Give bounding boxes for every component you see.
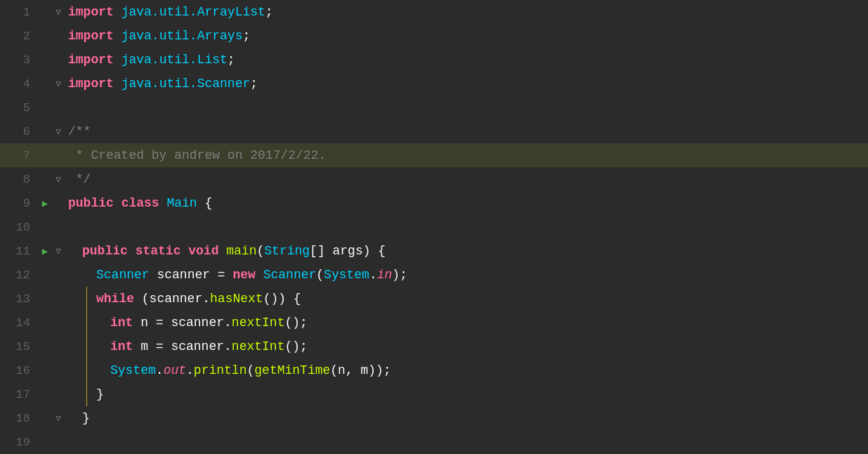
fold-gutter [51,48,65,72]
fold-gutter[interactable]: ▽ [51,167,65,191]
token-default-text: (); [284,339,307,354]
code-content: Scanner scanner = new Scanner(System.in)… [93,263,868,287]
fold-gutter [51,191,65,215]
line-number: 2 [0,24,39,48]
token-comment: * Created by andrew on 2017/2/22. [68,148,326,162]
indent-guide [65,335,79,358]
code-line: 12Scanner scanner = new Scanner(System.i… [0,263,868,287]
code-content: int n = scanner.nextInt(); [107,311,868,335]
token-default-text: scanner = [150,268,233,282]
token-class-name: System [110,363,156,377]
code-line: 19 [0,430,868,454]
token-field-italic: in [377,268,393,282]
line-number: 12 [0,263,39,287]
line-number: 19 [0,430,39,454]
code-content [65,430,868,454]
code-content: * Created by andrew on 2017/2/22. [65,143,868,167]
token-class-name: java.util.Arrays [121,29,243,43]
token-kw-int: int [110,316,133,330]
line-number: 15 [0,335,39,358]
fold-gutter [51,335,65,358]
token-default-text: } [82,411,90,425]
fold-gutter[interactable]: ▽ [51,119,65,143]
indent-guide [79,287,93,311]
code-content [65,96,868,119]
token-comment: */ [68,172,91,186]
indent-guide [65,382,79,406]
line-number: 8 [0,167,39,191]
code-content: public static void main(String[] args) { [79,239,868,263]
indent-guide [79,263,93,287]
token-default-text: (); [284,316,307,330]
line-number: 1 [0,0,39,24]
code-line: 14int n = scanner.nextInt(); [0,311,868,335]
fold-gutter [51,215,65,239]
fold-gutter[interactable]: ▽ [51,239,65,263]
code-content: public class Main { [65,191,868,215]
token-class-name: System [324,268,369,282]
code-line: 3import java.util.List; [0,48,868,72]
code-line: 9▶public class Main { [0,191,868,215]
fold-gutter[interactable]: ▽ [51,0,65,24]
line-number: 7 [0,143,39,167]
fold-icon[interactable]: ▽ [55,7,60,18]
code-content [65,215,868,239]
code-line: 13while (scanner.hasNext()) { [0,287,868,311]
code-line: 2import java.util.Arrays; [0,24,868,48]
vertical-indent-line [86,335,87,358]
fold-icon[interactable]: ▽ [55,246,60,257]
fold-icon[interactable]: ▽ [55,174,60,185]
code-line: 6▽/** [0,119,868,143]
fold-gutter [51,143,65,167]
vertical-indent-line [86,358,87,382]
token-default-text: n = scanner. [133,316,231,330]
line-number: 6 [0,119,39,143]
token-method-name: nextInt [232,316,285,330]
token-kw-void: void [188,244,226,258]
run-icon[interactable]: ▶ [39,197,51,209]
line-number: 16 [0,358,39,382]
indent-guide [93,358,107,382]
token-default-text: } [96,387,104,401]
code-content: import java.util.ArrayList; [65,0,868,24]
line-number: 3 [0,48,39,72]
code-lines: 1▽import java.util.ArrayList;2import jav… [0,0,868,454]
token-default-text: (n, m)); [330,363,390,377]
fold-gutter [51,96,65,119]
indent-guide [65,358,79,382]
code-content: } [93,382,868,406]
run-icon[interactable]: ▶ [39,245,51,257]
code-line: 16System.out.println(getMinTime(n, m)); [0,358,868,382]
token-default-text: ; [228,53,235,67]
token-kw-public: public [68,196,121,210]
indent-guide [79,311,93,335]
fold-icon[interactable]: ▽ [55,413,60,424]
fold-gutter[interactable]: ▽ [51,72,65,96]
token-default-text: ()) { [263,292,301,306]
token-kw-public: public [82,244,136,258]
token-default-text: ; [250,77,258,91]
fold-icon[interactable]: ▽ [55,127,60,137]
code-line: 5 [0,96,868,119]
fold-gutter [51,263,65,287]
token-method-name: hasNext [210,292,263,306]
token-class-name: Main [166,196,204,210]
vertical-indent-line [86,311,87,335]
token-default-text: . [156,363,164,377]
indent-guide [65,239,79,263]
line-number: 14 [0,311,39,335]
fold-icon[interactable]: ▽ [55,79,60,89]
line-number: 18 [0,406,39,430]
token-kw-class: class [121,196,167,210]
code-line: 10 [0,215,868,239]
code-line: 15int m = scanner.nextInt(); [0,335,868,358]
code-content: int m = scanner.nextInt(); [107,335,868,358]
token-kw-static: static [136,244,189,258]
code-content: System.out.println(getMinTime(n, m)); [107,358,868,382]
token-method-name: getMinTime [254,363,330,377]
token-kw-import: import [68,53,121,67]
token-default-text: m = scanner. [133,339,231,354]
indent-guide [65,263,79,287]
token-field-italic: out [164,363,186,377]
fold-gutter[interactable]: ▽ [51,406,65,430]
